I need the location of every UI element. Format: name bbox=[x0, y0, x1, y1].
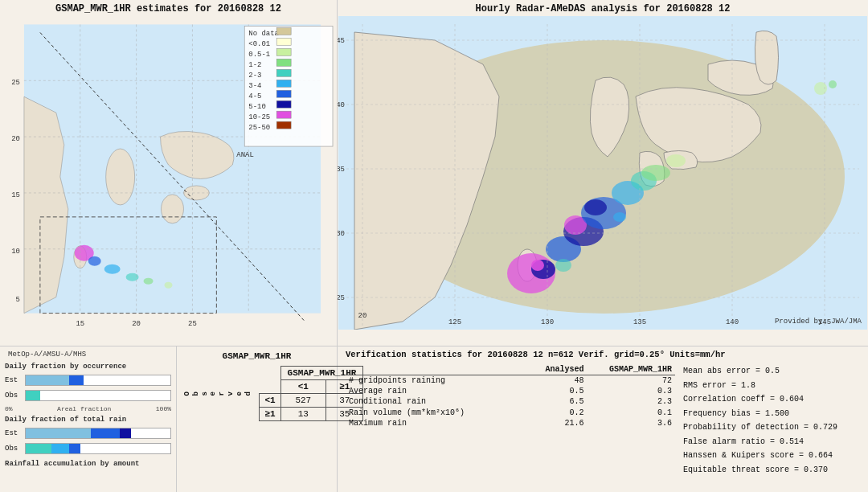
svg-text:20: 20 bbox=[11, 135, 20, 143]
svg-rect-45 bbox=[276, 90, 291, 97]
chart1-axis: 0% Areal fraction 100% bbox=[5, 405, 171, 412]
satellite-label: MetOp-A/AMSU-A/MHS bbox=[5, 350, 171, 359]
stat-far: False alarm ratio = 0.514 bbox=[683, 435, 860, 449]
svg-point-68 bbox=[613, 212, 626, 222]
svg-rect-43 bbox=[276, 80, 291, 87]
est-label2: Est bbox=[5, 429, 23, 437]
left-map-area: 15 20 25 ANAL 25 20 15 10 5 No data <0.0… bbox=[0, 16, 337, 330]
svg-text:45: 45 bbox=[338, 37, 345, 45]
stat-corr: Correlation coeff = 0.604 bbox=[683, 392, 860, 407]
svg-rect-37 bbox=[276, 48, 291, 55]
svg-point-10 bbox=[104, 264, 121, 274]
contingency-section: GSMAP_MWR_1HR Observed GSMAP_MWR_1HR <1 … bbox=[177, 346, 338, 492]
svg-text:130: 130 bbox=[541, 318, 554, 326]
right-map-panel: Hourly Radar-AMeDAS analysis for 2016082… bbox=[338, 0, 868, 346]
cont-val-21: 13 bbox=[280, 408, 326, 421]
svg-point-70 bbox=[829, 80, 837, 88]
left-map-panel: GSMAP_MWR_1HR estimates for 20160828 12 bbox=[0, 0, 338, 346]
svg-text:<0.01: <0.01 bbox=[248, 40, 270, 48]
main-container: GSMAP_MWR_1HR estimates for 20160828 12 bbox=[0, 0, 868, 492]
svg-text:135: 135 bbox=[633, 318, 646, 326]
verif-table-section: Analysed GSMAP_MWR_1HR # gridpoints rain… bbox=[346, 364, 675, 477]
svg-point-4 bbox=[183, 186, 209, 200]
chart2-label: Daily fraction of total rain bbox=[5, 416, 171, 424]
verif-data-table: Analysed GSMAP_MWR_1HR # gridpoints rain… bbox=[346, 364, 675, 428]
verif-label-2: Average rain bbox=[346, 386, 530, 396]
stat-pod: Probability of detection = 0.729 bbox=[683, 420, 860, 435]
svg-point-12 bbox=[144, 278, 154, 285]
verif-title: Verification statistics for 20160828 12 … bbox=[346, 350, 860, 359]
svg-point-57 bbox=[531, 260, 544, 271]
stat-mae: Mean abs error = 0.5 bbox=[683, 364, 860, 379]
left-map-svg: 15 20 25 ANAL 25 20 15 10 5 No data <0.0… bbox=[0, 16, 337, 330]
svg-text:25: 25 bbox=[338, 294, 345, 302]
svg-rect-47 bbox=[276, 100, 291, 108]
verif-inner: Analysed GSMAP_MWR_1HR # gridpoints rain… bbox=[346, 364, 860, 477]
svg-text:2-3: 2-3 bbox=[248, 72, 261, 80]
svg-point-9 bbox=[88, 256, 101, 266]
stat-hk: Hanssen & Kuipers score = 0.664 bbox=[683, 449, 860, 463]
svg-text:30: 30 bbox=[338, 230, 345, 238]
axis-0pct: 0% bbox=[5, 405, 13, 412]
svg-text:25-50: 25-50 bbox=[248, 124, 270, 132]
axis-100pct: 100% bbox=[156, 405, 171, 412]
verif-label-3: Conditional rain bbox=[346, 396, 530, 407]
cont-h-lt1: <1 bbox=[280, 380, 326, 394]
svg-point-3 bbox=[162, 195, 184, 223]
chart1-est-bar bbox=[25, 375, 171, 386]
verif-row-1: # gridpoints raining 48 72 bbox=[346, 375, 675, 386]
bottom-row: MetOp-A/AMSU-A/MHS Daily fraction by occ… bbox=[0, 346, 868, 492]
chart1-obs-bar bbox=[25, 390, 171, 401]
svg-text:40: 40 bbox=[338, 101, 345, 109]
right-map-area: 125 130 135 140 145 45 40 35 30 25 20 Pr… bbox=[338, 16, 868, 330]
verif-val-5-a: 21.6 bbox=[530, 418, 587, 428]
svg-point-65 bbox=[641, 165, 670, 181]
svg-text:20: 20 bbox=[358, 312, 367, 320]
svg-text:15: 15 bbox=[76, 320, 84, 328]
verif-val-3-g: 2.3 bbox=[587, 396, 675, 407]
obs-label2: Obs bbox=[5, 445, 23, 453]
svg-point-13 bbox=[165, 282, 173, 289]
svg-text:25: 25 bbox=[188, 320, 197, 328]
svg-text:1-2: 1-2 bbox=[248, 61, 261, 69]
provided-by-label: Provided by: JWA/JMA bbox=[775, 318, 862, 326]
svg-text:No data: No data bbox=[248, 30, 279, 38]
chart3-label: Rainfall accumulation by amount bbox=[5, 460, 171, 468]
svg-point-62 bbox=[584, 199, 607, 215]
stat-ets: Equitable threat score = 0.370 bbox=[683, 463, 860, 478]
cont-val-11: 527 bbox=[280, 394, 326, 408]
verif-val-3-a: 6.5 bbox=[530, 396, 587, 407]
verif-val-5-g: 3.6 bbox=[587, 418, 675, 428]
chart1-label: Daily fraction by occurrence bbox=[5, 363, 171, 371]
verif-val-1-a: 48 bbox=[530, 375, 587, 386]
verif-label-4: Rain volume (mm*km²x10⁶) bbox=[346, 407, 530, 418]
svg-rect-41 bbox=[276, 69, 291, 76]
obs-vertical-label: Observed bbox=[183, 392, 252, 396]
svg-point-69 bbox=[814, 82, 827, 95]
svg-text:10: 10 bbox=[11, 248, 20, 256]
verif-row-4: Rain volume (mm*km²x10⁶) 0.2 0.1 bbox=[346, 407, 675, 418]
verif-col-gsmap: GSMAP_MWR_1HR bbox=[587, 364, 675, 375]
cont-r-lt1: <1 bbox=[260, 394, 280, 408]
verif-val-4-g: 0.1 bbox=[587, 407, 675, 418]
svg-text:125: 125 bbox=[448, 318, 461, 326]
verif-row-5: Maximum rain 21.6 3.6 bbox=[346, 418, 675, 428]
svg-text:5-10: 5-10 bbox=[248, 103, 266, 111]
chart2-est-bar bbox=[25, 428, 171, 439]
verif-col-header-label bbox=[346, 364, 530, 375]
svg-point-2 bbox=[106, 149, 135, 205]
verif-val-4-a: 0.2 bbox=[530, 407, 587, 418]
svg-rect-33 bbox=[276, 27, 291, 35]
chart2-obs-bar bbox=[25, 443, 171, 454]
right-map-title: Hourly Radar-AMeDAS analysis for 2016082… bbox=[338, 0, 868, 16]
obs-label1: Obs bbox=[5, 392, 23, 400]
cont-r-ge1: ≥1 bbox=[260, 408, 280, 421]
contingency-title: GSMAP_MWR_1HR bbox=[183, 351, 330, 361]
stat-freq: Frequency bias = 1.500 bbox=[683, 407, 860, 421]
verif-label-1: # gridpoints raining bbox=[346, 375, 530, 386]
right-map-svg: 125 130 135 140 145 45 40 35 30 25 20 bbox=[338, 16, 868, 330]
left-map-title: GSMAP_MWR_1HR estimates for 20160828 12 bbox=[0, 0, 337, 16]
verification-section: Verification statistics for 20160828 12 … bbox=[338, 346, 868, 492]
svg-text:35: 35 bbox=[338, 166, 345, 174]
svg-point-67 bbox=[555, 259, 571, 272]
